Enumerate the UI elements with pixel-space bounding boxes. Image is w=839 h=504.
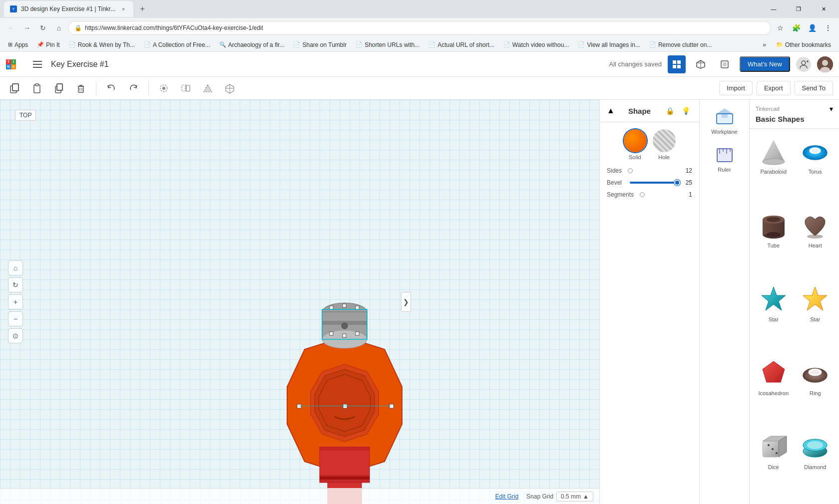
bookmark-watch[interactable]: 📄 Watch video withou... [499,39,573,50]
bookmark-more[interactable]: » [760,39,769,50]
3d-view-button[interactable] [692,55,710,73]
shape-item-heart[interactable]: Heart [796,207,836,278]
bookmark-shorten[interactable]: 📄 Shorten URLs with... [352,39,423,50]
segments-value[interactable]: 1 [680,191,692,198]
active-tab[interactable]: T 3D design Key Exercise #1 | Tinkr... × [4,1,133,17]
group-button[interactable] [221,79,239,97]
bookmark-star-btn[interactable]: ☆ [773,21,787,35]
bookmark-other[interactable]: 📁 Other bookmarks [772,39,835,50]
panel-collapse-button[interactable]: ❯ [401,292,411,312]
menu-btn[interactable]: ⋮ [821,21,835,35]
bookmark-rook[interactable]: 📄 Rook & Wren by Th... [65,39,139,50]
ruler-button[interactable]: Ruler [705,142,745,176]
hole-option[interactable]: Hole [653,129,676,160]
dropdown-arrow[interactable]: ▾ [830,105,833,113]
viewimages-icon: 📄 [578,41,585,48]
redo-button[interactable] [124,79,142,97]
fit-view-button[interactable]: ⊙ [8,328,23,343]
solid-option[interactable]: Solid [624,129,647,160]
grid-view-button[interactable] [668,55,686,73]
flip-button[interactable] [177,79,195,97]
bookmark-archaeology[interactable]: 🔍 Archaeology of a fir... [215,39,289,50]
shapes-source-row: Tinkercad ▾ [756,105,833,113]
duplicate-button[interactable] [50,79,68,97]
shape-item-star-gold[interactable]: Star [796,280,836,352]
bookmark-apps[interactable]: ⊞ Apps [4,39,32,50]
segments-dot[interactable] [640,192,645,197]
paste-button[interactable] [28,79,46,97]
scene-view-button[interactable] [716,55,734,73]
bevel-slider-wrap [628,182,680,184]
home-view-button[interactable]: ⌂ [8,260,23,275]
export-button[interactable]: Export [757,81,791,95]
hamburger-menu-button[interactable] [31,57,46,72]
tab-close-btn[interactable]: × [119,5,127,13]
extensions-btn[interactable]: 🧩 [789,21,803,35]
copy-to-workplane-button[interactable] [6,79,24,97]
svg-rect-46 [299,406,391,406]
home-button[interactable]: ⌂ [52,21,66,35]
back-button[interactable]: ← [4,21,18,35]
logo-cell-n: N [6,64,11,69]
delete-button[interactable] [72,79,90,97]
project-title[interactable]: Key Exercise #1 [51,60,109,69]
rook-icon: 📄 [69,41,76,48]
zoom-out-button[interactable]: − [8,311,23,326]
shape-item-tube[interactable]: Tube [754,207,794,278]
bookmark-actualurl[interactable]: 📄 Actual URL of short... [424,39,498,50]
address-bar[interactable]: 🔒 https://www.tinkercad.com/things/6tYFA… [68,21,771,35]
canvas-grid[interactable]: TOP ⌂ ↻ + − ⊙ [0,100,599,504]
orbit-button[interactable]: ↻ [8,277,23,292]
shape-panel-title: Shape [628,107,651,115]
mirror-button[interactable] [199,79,217,97]
edit-grid-button[interactable]: Edit Grid [495,493,518,500]
icosahedron-icon [759,358,789,388]
dice-label: Dice [768,464,779,470]
whats-new-button[interactable]: What's New [740,56,790,72]
shapes-source: Tinkercad [756,106,780,112]
maximize-button[interactable]: ❐ [787,1,810,16]
add-user-button[interactable] [796,57,811,72]
shape-item-paraboloid[interactable]: Paraboloid [754,133,794,205]
bookmark-tumblr[interactable]: 📄 Share on Tumblr [289,39,351,50]
shape-item-dice[interactable]: Dice [754,428,794,500]
bookmark-clutter[interactable]: 📄 Remove clutter on... [645,39,716,50]
menu-line-3 [33,67,42,68]
shape-item-icosahedron[interactable]: Icosahedron [754,354,794,426]
import-button[interactable]: Import [719,81,753,95]
shape-item-torus[interactable]: Torus [796,133,836,205]
tinkercad-logo[interactable]: T I N K [6,59,26,69]
send-to-button[interactable]: Send To [795,81,833,95]
profile-btn[interactable]: 👤 [805,21,819,35]
svg-point-13 [822,60,828,66]
snap-grid-arrow: ▲ [583,493,589,500]
minimize-button[interactable]: — [762,1,785,16]
sides-dot[interactable] [628,168,633,173]
close-button[interactable]: ✕ [812,1,835,16]
undo-button[interactable] [102,79,120,97]
lock-shape-button[interactable]: 🔒 [664,105,676,117]
bookmark-pinit[interactable]: 📌 Pin It [33,39,63,50]
shape-item-ring[interactable]: Ring [796,354,836,426]
align-button[interactable] [155,79,173,97]
clutter-icon: 📄 [649,41,656,48]
bookmark-viewimages[interactable]: 📄 View all Images in... [574,39,644,50]
bevel-thumb[interactable] [674,180,680,186]
new-tab-button[interactable]: + [135,2,149,16]
workplane-button[interactable]: Workplane [705,104,745,138]
zoom-in-button[interactable]: + [8,294,23,309]
bevel-value[interactable]: 25 [680,179,692,186]
refresh-button[interactable]: ↻ [36,21,50,35]
snap-grid-value: 0.5 mm [561,493,581,500]
canvas-area[interactable]: TOP ⌂ ↻ + − ⊙ [0,100,599,504]
bevel-slider[interactable] [630,182,680,184]
snap-grid-dropdown[interactable]: 0.5 mm ▲ [556,492,593,502]
bookmark-rook-label: Rook & Wren by Th... [78,41,135,48]
svg-point-97 [772,448,774,450]
sides-value[interactable]: 12 [680,167,692,174]
user-avatar[interactable] [817,56,833,72]
shape-item-star-blue[interactable]: Star [754,280,794,352]
forward-button[interactable]: → [20,21,34,35]
bookmark-collection[interactable]: 📄 A Collection of Free... [140,39,214,50]
shape-item-diamond[interactable]: Diamond [796,428,836,500]
